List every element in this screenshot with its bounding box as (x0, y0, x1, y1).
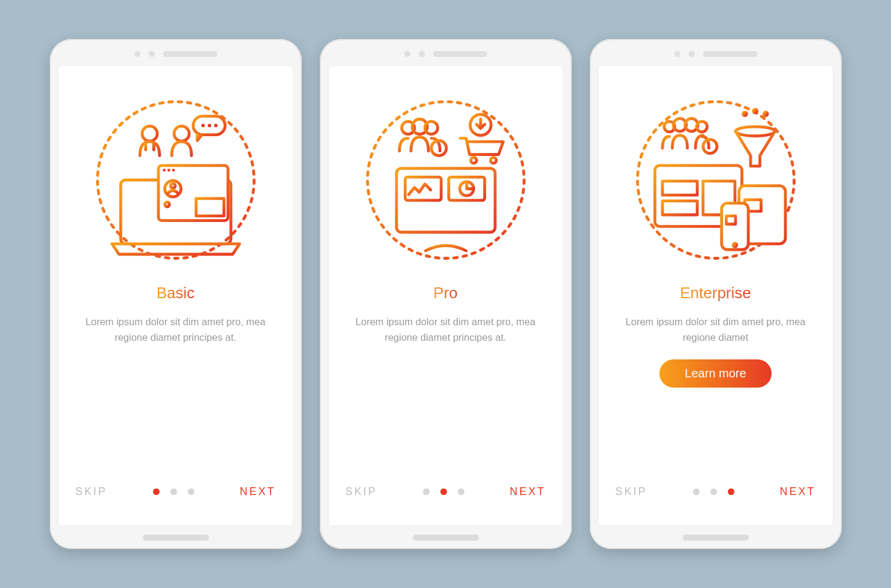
page-dot-3[interactable] (188, 488, 194, 495)
svg-point-14 (142, 126, 157, 141)
page-dots (693, 488, 734, 495)
page-dots (153, 488, 194, 495)
svg-point-17 (201, 124, 205, 127)
home-indicator (683, 535, 749, 541)
page-dot-1[interactable] (423, 488, 430, 495)
onboarding-screen-pro: Pro Lorem ipsum dolor sit dim amet pro, … (328, 65, 563, 526)
screen-description: Lorem ipsum dolor sit dim amet pro, mea … (350, 314, 542, 345)
next-button[interactable]: NEXT (779, 485, 815, 498)
next-button[interactable]: NEXT (239, 485, 275, 498)
phone-speaker (598, 47, 833, 61)
screen-title: Basic (157, 284, 195, 302)
phone-speaker (58, 47, 293, 61)
page-dot-2[interactable] (440, 488, 447, 495)
svg-point-40 (470, 157, 476, 163)
basic-illustration (89, 93, 263, 267)
svg-point-19 (214, 124, 217, 127)
page-dots (423, 488, 464, 495)
svg-point-6 (172, 169, 175, 172)
page-dot-1[interactable] (693, 488, 700, 495)
skip-button[interactable]: SKIP (76, 485, 107, 498)
screen-title: Enterprise (680, 284, 751, 302)
skip-button[interactable]: SKIP (616, 485, 647, 498)
svg-point-76 (735, 127, 775, 136)
screen-description: Lorem ipsum dolor sit dim amet pro, mea … (80, 314, 272, 345)
page-dot-2[interactable] (170, 488, 177, 495)
pro-illustration (359, 93, 533, 267)
svg-point-71 (743, 112, 746, 116)
svg-point-5 (167, 169, 170, 172)
svg-rect-47 (662, 201, 697, 215)
home-indicator (143, 535, 209, 541)
learn-more-button[interactable]: Learn more (659, 359, 771, 388)
page-dot-3[interactable] (458, 488, 464, 495)
svg-point-18 (208, 124, 211, 127)
nav-row: SKIP NEXT (76, 485, 276, 498)
enterprise-illustration (629, 93, 803, 267)
next-button[interactable]: NEXT (509, 485, 545, 498)
svg-point-15 (174, 126, 189, 141)
onboarding-screen-basic: Basic Lorem ipsum dolor sit dim amet pro… (58, 65, 293, 526)
phone-speaker (328, 47, 563, 61)
onboarding-screen-enterprise: Enterprise Lorem ipsum dolor sit dim ame… (598, 65, 833, 526)
phone-frame-3: Enterprise Lorem ipsum dolor sit dim ame… (590, 39, 842, 549)
svg-point-73 (753, 109, 757, 113)
phone-frame-1: Basic Lorem ipsum dolor sit dim amet pro… (50, 39, 302, 549)
svg-rect-45 (662, 181, 697, 195)
page-dot-1[interactable] (153, 488, 160, 495)
onboarding-stage: Basic Lorem ipsum dolor sit dim amet pro… (20, 3, 872, 585)
screen-description: Lorem ipsum dolor sit dim amet pro, mea … (620, 314, 812, 345)
nav-row: SKIP NEXT (346, 485, 546, 498)
page-dot-2[interactable] (710, 488, 717, 495)
nav-row: SKIP NEXT (616, 485, 816, 498)
screen-title: Pro (433, 284, 457, 302)
phone-frame-2: Pro Lorem ipsum dolor sit dim amet pro, … (320, 39, 572, 549)
svg-point-41 (490, 157, 496, 163)
svg-point-4 (163, 169, 166, 172)
page-dot-3[interactable] (728, 488, 734, 495)
skip-button[interactable]: SKIP (346, 485, 377, 498)
home-indicator (413, 535, 479, 541)
svg-point-75 (764, 112, 767, 116)
